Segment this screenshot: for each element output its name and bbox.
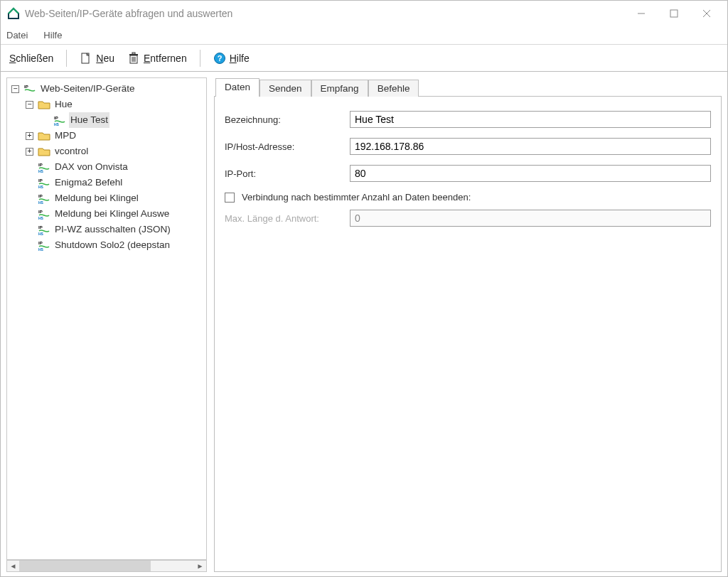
- tree-item-label: PI-WZ ausschalten (JSON): [53, 222, 172, 237]
- port-input[interactable]: [350, 165, 711, 182]
- tree-item-label: MPD: [53, 128, 77, 144]
- collapse-icon[interactable]: −: [11, 85, 19, 93]
- titlebar: Web-Seiten/IP-Geräte abfragen und auswer…: [1, 1, 727, 26]
- close-label: Schließen: [9, 53, 53, 64]
- new-file-icon: [80, 52, 92, 65]
- tab-senden[interactable]: Senden: [259, 80, 311, 97]
- close-tool[interactable]: Schließen: [6, 51, 56, 65]
- svg-text:IP: IP: [24, 85, 28, 89]
- folder-icon: [38, 146, 50, 157]
- svg-text:IP: IP: [38, 178, 43, 183]
- menubar: Datei Hilfe: [1, 26, 727, 45]
- tree-item-label: Hue: [53, 97, 74, 112]
- tree-item-label: vcontrol: [53, 144, 90, 159]
- tree-item-label: DAX von Onvista: [53, 159, 129, 175]
- horizontal-scrollbar[interactable]: ◄ ►: [6, 560, 207, 572]
- tree-item-mpd[interactable]: + MPD: [10, 128, 206, 144]
- tree-item[interactable]: IPHS Shutdown Solo2 (deepstan: [10, 237, 206, 253]
- maxlen-label: Max. Länge d. Antwort:: [225, 213, 350, 224]
- folder-icon: [38, 130, 50, 141]
- new-label: Neu: [96, 53, 114, 64]
- folder-icon: [38, 99, 50, 110]
- svg-text:IP: IP: [38, 210, 43, 214]
- svg-text:HS: HS: [38, 169, 44, 173]
- svg-text:IP: IP: [38, 194, 43, 198]
- expand-icon[interactable]: +: [26, 148, 33, 156]
- tree-item-label: Meldung bei Klingel Auswe: [53, 206, 171, 222]
- help-tool[interactable]: ? Hilfe: [210, 50, 252, 66]
- tree-item-hue-test[interactable]: IPHS Hue Test: [10, 112, 206, 128]
- tree-item[interactable]: IPHS Enigma2 Befehl: [10, 175, 206, 190]
- minimize-button[interactable]: [625, 3, 658, 24]
- svg-text:IP: IP: [38, 241, 43, 245]
- limit-checkbox-label: Verbindung nach bestimmter Anzahl an Dat…: [242, 192, 471, 203]
- remove-tool[interactable]: Entfernen: [124, 50, 190, 66]
- ip-input[interactable]: [350, 138, 711, 155]
- new-tool[interactable]: Neu: [77, 50, 117, 66]
- tab-content-daten: Bezeichnung: IP/Host-Adresse: IP-Port: V…: [214, 96, 722, 572]
- tab-befehle[interactable]: Befehle: [368, 80, 419, 97]
- ip-icon: IPHS: [38, 239, 50, 251]
- ip-icon: IPHS: [38, 224, 50, 235]
- svg-rect-1: [670, 10, 678, 17]
- port-label: IP-Port:: [225, 168, 350, 179]
- svg-text:HS: HS: [38, 232, 44, 235]
- scroll-right-icon[interactable]: ►: [194, 561, 206, 571]
- tree-item-hue[interactable]: − Hue: [10, 97, 206, 112]
- tree-item[interactable]: IPHS PI-WZ ausschalten (JSON): [10, 222, 206, 237]
- toolbar-separator: [200, 50, 200, 67]
- menu-help[interactable]: Hilfe: [43, 30, 62, 41]
- svg-text:IP: IP: [38, 163, 43, 167]
- svg-text:?: ?: [217, 54, 222, 63]
- tab-empfang[interactable]: Empfang: [311, 80, 368, 97]
- maximize-button[interactable]: [658, 3, 690, 24]
- ip-icon: IPHS: [38, 161, 50, 173]
- ip-icon: IPHS: [38, 193, 50, 204]
- scroll-left-icon[interactable]: ◄: [7, 561, 19, 571]
- tree-root[interactable]: − IP Web-Seiten/IP-Geräte: [10, 81, 206, 97]
- svg-text:HS: HS: [38, 216, 44, 220]
- collapse-icon[interactable]: −: [26, 101, 33, 109]
- help-icon: ?: [213, 52, 226, 65]
- help-label: Hilfe: [230, 53, 250, 64]
- ip-icon: IPHS: [38, 208, 50, 220]
- bezeichnung-input[interactable]: [350, 111, 711, 128]
- toolbar-separator: [66, 50, 67, 67]
- svg-rect-10: [132, 53, 135, 54]
- toolbar: Schließen Neu Entfernen ? Hilfe: [1, 45, 727, 72]
- svg-text:HS: HS: [54, 122, 60, 126]
- expand-icon[interactable]: +: [26, 132, 33, 140]
- tree-item[interactable]: IPHS Meldung bei Klingel Auswe: [10, 206, 206, 222]
- window-title: Web-Seiten/IP-Geräte abfragen und auswer…: [25, 8, 232, 19]
- ip-icon: IPHS: [53, 114, 66, 126]
- limit-checkbox[interactable]: [225, 193, 235, 203]
- scroll-thumb[interactable]: [19, 561, 151, 571]
- app-icon: [6, 6, 21, 21]
- root-icon: IP: [23, 83, 36, 95]
- tree-item-label: Meldung bei Klingel: [53, 190, 140, 206]
- svg-text:IP: IP: [54, 116, 58, 120]
- tree-root-label: Web-Seiten/IP-Geräte: [39, 81, 136, 97]
- tree-item-label: Enigma2 Befehl: [53, 175, 124, 190]
- tree-item-label: Hue Test: [69, 112, 109, 128]
- tree-view[interactable]: − IP Web-Seiten/IP-Geräte − Hue: [6, 77, 207, 560]
- tree-item-label: Shutdown Solo2 (deepstan: [53, 237, 171, 253]
- bezeichnung-label: Bezeichnung:: [225, 114, 350, 125]
- scroll-track[interactable]: [19, 561, 194, 571]
- trash-icon: [127, 52, 140, 65]
- tab-strip: Daten Senden Empfang Befehle: [214, 77, 722, 96]
- menu-file[interactable]: Datei: [6, 30, 28, 41]
- ip-icon: IPHS: [38, 177, 50, 188]
- svg-text:HS: HS: [38, 200, 44, 204]
- maxlen-input: [350, 210, 711, 227]
- tree-item[interactable]: IPHS DAX von Onvista: [10, 159, 206, 175]
- remove-label: Entfernen: [144, 53, 187, 64]
- tree-item-vcontrol[interactable]: + vcontrol: [10, 144, 206, 159]
- tab-daten[interactable]: Daten: [215, 78, 259, 97]
- tree-item[interactable]: IPHS Meldung bei Klingel: [10, 190, 206, 206]
- close-button[interactable]: [690, 3, 723, 24]
- svg-text:IP: IP: [38, 225, 43, 230]
- svg-text:HS: HS: [38, 247, 44, 251]
- ip-label: IP/Host-Adresse:: [225, 141, 350, 152]
- svg-text:HS: HS: [38, 185, 44, 188]
